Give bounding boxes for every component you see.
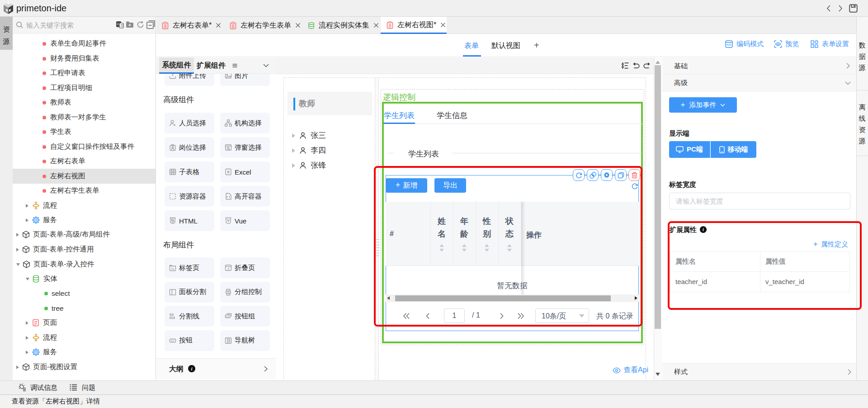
svg-text:文: 文: [120, 24, 123, 27]
svg-text:Tab: Tab: [171, 268, 175, 270]
svg-text:BTN: BTN: [226, 316, 230, 318]
svg-text:BTN: BTN: [170, 340, 174, 342]
svg-text:in: in: [117, 23, 119, 25]
